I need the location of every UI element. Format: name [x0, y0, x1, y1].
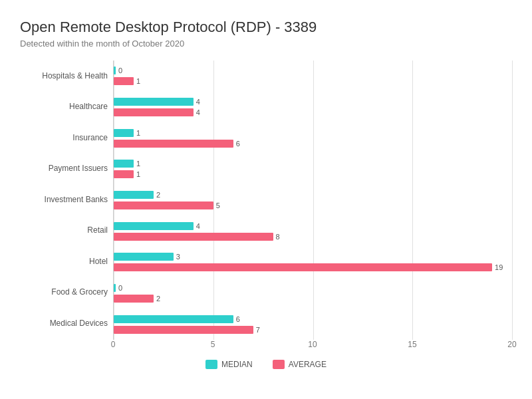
bar-wrapper-average: 5: [114, 201, 512, 210]
bar-average-label: 2: [156, 295, 160, 303]
bar-row: 67: [114, 311, 512, 338]
bar-average-label: 5: [216, 201, 220, 209]
bar-wrapper-median: 1: [114, 128, 512, 138]
bar-wrapper-average: 8: [114, 232, 512, 241]
bar-average: [114, 295, 154, 303]
bar-median-label: 1: [136, 160, 140, 168]
bar-average: [114, 140, 233, 148]
legend: MEDIAN AVERAGE: [20, 360, 512, 369]
bar-median-label: 6: [236, 315, 240, 323]
bar-median: [114, 222, 194, 230]
bar-median: [114, 315, 233, 323]
bar-wrapper-median: 4: [114, 221, 512, 231]
bar-row: 48: [114, 218, 512, 245]
bar-wrapper-median: 2: [114, 190, 512, 200]
bar-average-label: 8: [276, 233, 280, 241]
bar-wrapper-average: 19: [114, 263, 512, 272]
bar-average-label: 19: [495, 263, 503, 271]
bar-average-label: 6: [236, 140, 240, 148]
bar-wrapper-average: 4: [114, 108, 512, 117]
x-axis-label: 5: [211, 340, 215, 349]
legend-average-label: AVERAGE: [289, 360, 327, 369]
bar-average: [114, 233, 273, 241]
bar-average-label: 1: [136, 170, 140, 178]
x-axis-label: 0: [111, 340, 116, 349]
bar-row: 02: [114, 280, 512, 307]
bar-row: 01: [114, 63, 512, 89]
bar-wrapper-median: 3: [114, 252, 512, 261]
y-label: Retail: [20, 217, 113, 243]
bar-average: [114, 108, 194, 116]
bar-wrapper-median: 0: [114, 66, 512, 75]
bars-area: 0144161125483190267: [113, 61, 512, 340]
legend-average-box: [273, 360, 285, 369]
bar-median-label: 4: [196, 98, 200, 106]
bar-median-label: 0: [118, 284, 122, 292]
bar-average: [114, 170, 134, 178]
bar-median-label: 3: [176, 253, 180, 261]
bar-wrapper-median: 1: [114, 159, 512, 168]
bar-average: [114, 77, 134, 85]
legend-median: MEDIAN: [205, 360, 253, 369]
chart-area: Hospitals & HealthHealthcareInsurancePay…: [20, 61, 512, 340]
bar-wrapper-average: 1: [114, 170, 512, 179]
chart-container: Open Remote Desktop Protocol (RDP) - 338…: [0, 0, 532, 399]
legend-average: AVERAGE: [273, 360, 327, 369]
y-label: Investment Banks: [20, 186, 113, 213]
bar-median: [114, 160, 134, 168]
x-axis-label: 15: [408, 340, 416, 349]
bar-wrapper-average: 6: [114, 139, 512, 148]
bar-wrapper-median: 6: [114, 315, 512, 324]
y-label: Food & Grocery: [20, 279, 113, 305]
bar-median-label: 2: [156, 191, 160, 199]
bar-median-label: 0: [118, 66, 122, 74]
bar-median: [114, 253, 174, 261]
bar-wrapper-average: 2: [114, 294, 512, 303]
bar-row: 16: [114, 125, 512, 152]
bar-median: [114, 191, 154, 199]
y-label: Payment Issuers: [20, 156, 113, 182]
y-label: Hotel: [20, 248, 113, 275]
x-axis: 05101520: [113, 340, 512, 353]
legend-median-box: [205, 360, 217, 369]
y-label: Insurance: [20, 124, 113, 151]
bar-median: [114, 98, 194, 106]
y-label: Medical Devices: [20, 310, 113, 336]
bar-row: 25: [114, 187, 512, 213]
chart-subtitle: Detected within the month of October 202…: [20, 39, 512, 49]
bar-row: 11: [114, 156, 512, 182]
bar-row: 319: [114, 249, 512, 275]
x-axis-label: 10: [308, 340, 317, 349]
x-axis-label: 20: [507, 340, 516, 349]
bar-average-label: 1: [136, 77, 140, 85]
bar-wrapper-average: 7: [114, 325, 512, 334]
bar-median-label: 1: [136, 129, 140, 137]
bar-median: [114, 284, 116, 292]
bar-median: [114, 129, 134, 137]
bar-average-label: 7: [256, 326, 260, 334]
bar-average: [114, 326, 253, 334]
chart-title: Open Remote Desktop Protocol (RDP) - 338…: [20, 19, 512, 36]
y-label: Hospitals & Health: [20, 63, 113, 89]
legend-median-label: MEDIAN: [221, 360, 253, 369]
bar-median-label: 4: [196, 222, 200, 230]
bar-average: [114, 201, 213, 209]
bar-wrapper-median: 4: [114, 97, 512, 106]
bar-average: [114, 263, 492, 271]
bar-median: [114, 66, 116, 74]
bar-wrapper-average: 1: [114, 76, 512, 86]
bar-average-label: 4: [196, 108, 200, 116]
bar-wrapper-median: 0: [114, 283, 512, 293]
y-labels: Hospitals & HealthHealthcareInsurancePay…: [20, 61, 113, 340]
grid-line: [512, 61, 513, 340]
bar-row: 44: [114, 94, 512, 120]
y-label: Healthcare: [20, 94, 113, 120]
